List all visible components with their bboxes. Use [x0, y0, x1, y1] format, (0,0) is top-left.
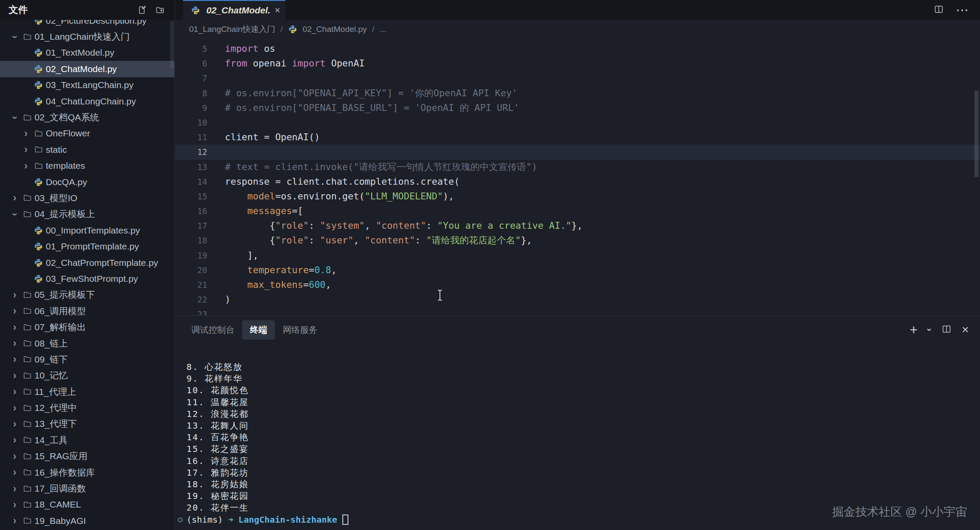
file-tree: 02_PictureDescription.py›01_LangChain快速入… — [0, 20, 174, 529]
code-line[interactable]: 21 max_tokens=600, — [175, 278, 980, 292]
code-line[interactable]: 11client = OpenAI() — [175, 130, 980, 145]
more-actions-button[interactable]: ⋯ — [956, 3, 969, 16]
tree-file-row[interactable]: 03_TextLangChain.py — [0, 77, 174, 93]
tree-file-row[interactable]: 02_PictureDescription.py — [0, 20, 174, 28]
chevron-right-icon: › — [9, 305, 21, 317]
tree-folder-row[interactable]: ›07_解析输出 — [0, 319, 174, 335]
tree-file-row[interactable]: 01_PromptTemplate.py — [0, 238, 174, 254]
tree-folder-row[interactable]: ›11_代理上 — [0, 384, 174, 400]
tree-item-label: 13_代理下 — [35, 418, 77, 430]
tree-folder-row[interactable]: ›18_CAMEL — [0, 497, 174, 513]
code-line[interactable]: 15 model=os.environ.get("LLM_MODELEND"), — [175, 189, 980, 204]
code-line[interactable]: 18 {"role": "user", "content": "请给我的花店起个… — [175, 233, 980, 248]
breadcrumb-item[interactable]: ... — [379, 25, 386, 34]
chevron-right-icon: › — [20, 144, 32, 155]
code-line[interactable]: 16 messages=[ — [175, 204, 980, 218]
editor-scrollbar[interactable] — [974, 91, 979, 177]
terminal[interactable]: 8. 心花怒放9. 花样年华10. 花颜悦色11. 温馨花屋12. 浪漫花都13… — [175, 344, 980, 530]
tree-folder-row[interactable]: ›09_链下 — [0, 351, 174, 367]
code-line[interactable]: 19 ], — [175, 248, 980, 263]
terminal-dropdown-icon[interactable]: › — [924, 328, 935, 331]
code-line[interactable]: 17 {"role": "system", "content": "You ar… — [175, 218, 980, 233]
chevron-right-icon: › — [9, 353, 21, 365]
tree-folder-row[interactable]: ›15_RAG应用 — [0, 448, 174, 464]
tree-folder-row[interactable]: ›10_记忆 — [0, 368, 174, 384]
split-panel-button[interactable] — [942, 324, 952, 336]
panel-tabs: 调试控制台终端网络服务 — [191, 324, 317, 336]
chevron-right-icon: › — [9, 370, 21, 382]
tree-folder-row[interactable]: ›12_代理中 — [0, 400, 174, 416]
code-line[interactable]: 14response = client.chat.completions.cre… — [175, 174, 980, 189]
tree-file-row[interactable]: 02_ChatPromptTemplate.py — [0, 255, 174, 271]
folder-icon — [21, 323, 34, 332]
new-folder-button[interactable] — [155, 5, 165, 15]
tree-folder-row[interactable]: ›static — [0, 142, 174, 158]
terminal-line: 17. 雅韵花坊 — [187, 467, 980, 479]
new-terminal-button[interactable]: + — [910, 323, 918, 337]
breadcrumb-item[interactable]: 02_ChatModel.py — [303, 25, 367, 34]
code-line[interactable]: 7 — [175, 71, 980, 85]
editor-tab-bar: 02_ChatModel.py × ⋯ — [175, 0, 980, 20]
code-line[interactable]: 5import os — [175, 41, 980, 56]
tab-02-chatmodel[interactable]: 02_ChatModel.py × — [183, 0, 285, 20]
tree-file-row[interactable]: 04_ChatLongChain.py — [0, 93, 174, 109]
chevron-right-icon: › — [9, 192, 21, 204]
tree-file-row[interactable]: 03_FewShotPrompt.py — [0, 271, 174, 287]
tree-folder-row[interactable]: ›03_模型IO — [0, 190, 174, 206]
tree-folder-row[interactable]: ›02_文档QA系统 — [0, 109, 174, 125]
python-file-icon — [288, 25, 297, 34]
sidebar-scrollbar[interactable] — [170, 21, 174, 68]
terminal-line: 10. 花颜悦色 — [187, 385, 980, 396]
python-file-icon — [32, 242, 45, 251]
chevron-right-icon: › — [9, 467, 21, 478]
tree-folder-row[interactable]: ›19_BabyAGI — [0, 513, 174, 529]
terminal-output: 8. 心花怒放9. 花样年华10. 花颜悦色11. 温馨花屋12. 浪漫花都13… — [187, 361, 980, 514]
tree-file-row[interactable]: DocQA.py — [0, 174, 174, 190]
chevron-down-icon: › — [9, 111, 21, 123]
explorer-header: 文件 — [0, 0, 174, 20]
tree-folder-row[interactable]: ›05_提示模板下 — [0, 287, 174, 303]
panel-tab-debug-console[interactable]: 调试控制台 — [191, 324, 234, 336]
code-editor[interactable]: 5import os6from openai import OpenAI78# … — [175, 39, 980, 315]
tab-close-icon[interactable]: × — [275, 6, 280, 15]
python-file-icon — [32, 274, 45, 283]
file-explorer-sidebar: 文件 02_PictureDescription.py›01_LangChain… — [0, 0, 175, 530]
close-panel-button[interactable]: × — [962, 324, 969, 336]
code-line[interactable]: 12 — [175, 145, 980, 159]
tree-folder-row[interactable]: ›04_提示模板上 — [0, 206, 174, 222]
python-file-icon — [32, 226, 45, 235]
tree-folder-row[interactable]: ›13_代理下 — [0, 416, 174, 432]
tree-folder-row[interactable]: ›17_回调函数 — [0, 480, 174, 496]
line-number: 18 — [175, 233, 207, 248]
new-file-button[interactable] — [137, 5, 147, 15]
tree-folder-row[interactable]: ›16_操作数据库 — [0, 464, 174, 480]
code-line[interactable]: 9# os.environ["OPENAI_BASE_URL"] = 'Open… — [175, 101, 980, 115]
code-line[interactable]: 6from openai import OpenAI — [175, 56, 980, 71]
split-editor-button[interactable] — [934, 4, 944, 16]
tree-folder-row[interactable]: ›OneFlower — [0, 126, 174, 142]
breadcrumb-separator: / — [372, 25, 374, 34]
code-line[interactable]: 10 — [175, 115, 980, 130]
code-line[interactable]: 22) — [175, 292, 980, 307]
tree-folder-row[interactable]: ›01_LangChain快速入门 — [0, 28, 174, 44]
code-line[interactable]: 13# text = client.invoke("请给我写一句情人节红玫瑰的中… — [175, 160, 980, 174]
panel-tab-terminal[interactable]: 终端 — [242, 320, 275, 340]
panel-tab-network[interactable]: 网络服务 — [283, 324, 317, 336]
code-line[interactable]: 8# os.environ["OPENAI_API_KEY"] = '你的Ope… — [175, 86, 980, 101]
code-line[interactable]: 20 temperature=0.8, — [175, 263, 980, 278]
folder-icon — [21, 387, 34, 396]
folder-icon — [21, 435, 34, 445]
tree-file-row[interactable]: 01_TextModel.py — [0, 45, 174, 61]
code-line[interactable]: 23 — [175, 307, 980, 315]
tree-file-row[interactable]: 00_ImportTemplates.py — [0, 222, 174, 238]
editor-actions: ⋯ — [934, 0, 980, 20]
tree-folder-row[interactable]: ›templates — [0, 158, 174, 174]
terminal-line: 9. 花样年华 — [187, 373, 980, 385]
tree-folder-row[interactable]: ›08_链上 — [0, 335, 174, 351]
tree-folder-row[interactable]: ›14_工具 — [0, 432, 174, 448]
tree-item-label: 02_ChatModel.py — [46, 64, 117, 74]
tree-file-row[interactable]: 02_ChatModel.py — [0, 61, 174, 77]
folder-icon — [21, 484, 34, 493]
breadcrumb-item[interactable]: 01_LangChain快速入门 — [189, 24, 275, 35]
tree-folder-row[interactable]: ›06_调用模型 — [0, 303, 174, 319]
